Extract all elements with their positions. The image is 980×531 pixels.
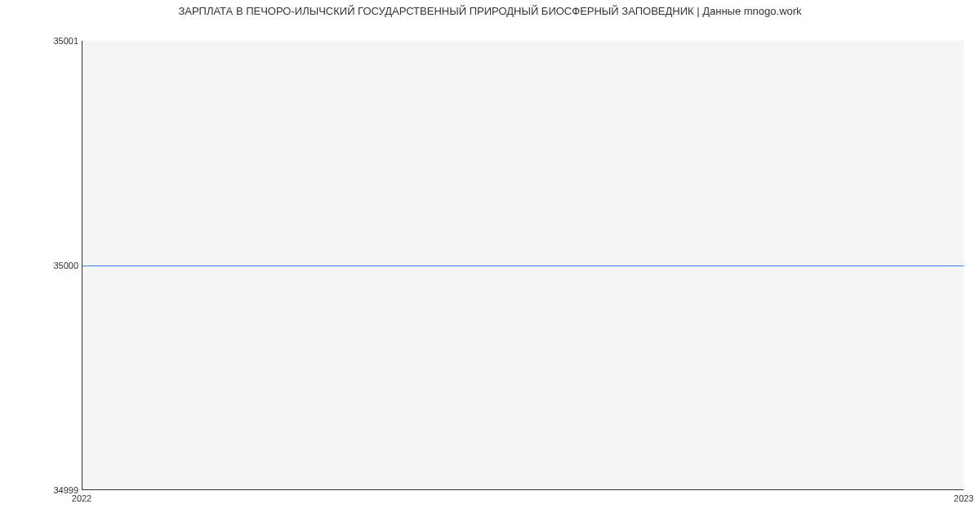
data-series-line [82, 266, 964, 266]
plot-area [82, 41, 964, 490]
y-tick-label: 35000 [5, 261, 78, 270]
x-tick-label: 2022 [72, 493, 91, 503]
x-tick-label: 2023 [954, 493, 973, 503]
y-tick-label: 35001 [5, 36, 78, 46]
chart-title: ЗАРПЛАТА В ПЕЧОРО-ИЛЫЧСКИЙ ГОСУДАРСТВЕНН… [0, 5, 980, 17]
chart-container: ЗАРПЛАТА В ПЕЧОРО-ИЛЫЧСКИЙ ГОСУДАРСТВЕНН… [0, 0, 980, 531]
y-tick-label: 34999 [5, 485, 78, 495]
